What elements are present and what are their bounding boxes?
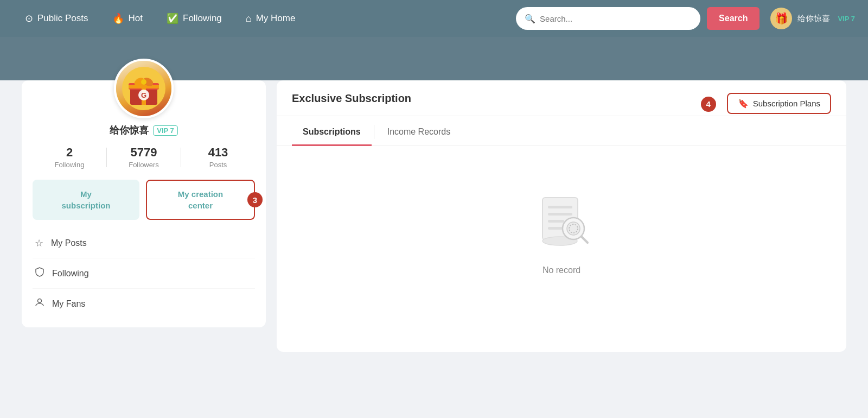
nav-public-posts-label: Public Posts bbox=[37, 13, 88, 24]
header-right-area: 4 🔖 Subscription Plans bbox=[701, 93, 831, 115]
sidebar-item-my-posts[interactable]: ☆ My Posts bbox=[33, 229, 255, 258]
content-card: Exclusive Subscription 4 🔖 Subscription … bbox=[277, 80, 846, 352]
svg-point-7 bbox=[141, 79, 146, 85]
user-display-name: 给你惊喜 VIP 7 bbox=[110, 124, 178, 137]
empty-state-text: No record bbox=[542, 265, 580, 275]
svg-line-20 bbox=[582, 237, 588, 243]
stat-followers[interactable]: 5779 Followers bbox=[107, 145, 181, 169]
nav-hot-label: Hot bbox=[129, 13, 143, 24]
tabs-row: Subscriptions Income Records bbox=[277, 118, 846, 146]
svg-point-10 bbox=[38, 299, 42, 303]
user-name-nav: 给你惊喜 bbox=[797, 14, 830, 24]
vip-badge-profile: VIP 7 bbox=[153, 125, 178, 136]
main-layout: G 给你惊喜 VIP 7 2 Following 5779 bbox=[11, 80, 857, 352]
my-fans-label: My Fans bbox=[52, 299, 85, 309]
nav-public-posts[interactable]: ⊙ Public Posts bbox=[13, 0, 100, 37]
my-creation-center-button[interactable]: My creation center bbox=[146, 180, 255, 220]
followers-count: 5779 bbox=[107, 145, 181, 160]
star-icon: ☆ bbox=[35, 237, 43, 249]
avatar-illustration: G bbox=[122, 67, 165, 110]
empty-state: No record bbox=[277, 146, 846, 319]
creation-btn-line2: center bbox=[188, 201, 213, 210]
nav-following-label: Following bbox=[183, 13, 222, 24]
search-button[interactable]: Search bbox=[707, 7, 760, 30]
action-buttons-wrapper: My subscription My creation center 3 bbox=[33, 180, 255, 220]
tab-divider bbox=[374, 125, 374, 139]
vip-badge-nav: VIP 7 bbox=[838, 15, 855, 23]
nav-my-home[interactable]: ⌂ My Home bbox=[234, 0, 308, 37]
action-buttons: My subscription My creation center bbox=[33, 180, 255, 220]
empty-state-illustration bbox=[529, 189, 594, 255]
stat-following[interactable]: 2 Following bbox=[33, 145, 106, 169]
sub-plans-label: Subscription Plans bbox=[753, 99, 820, 108]
shield-svg bbox=[35, 267, 44, 277]
search-bar: 🔍 bbox=[516, 7, 700, 30]
subscription-plans-button[interactable]: 🔖 Subscription Plans bbox=[727, 93, 831, 114]
search-input[interactable] bbox=[540, 14, 692, 23]
sub-btn-line2: subscription bbox=[61, 201, 110, 210]
following-count: 2 bbox=[33, 145, 106, 160]
content-title: Exclusive Subscription bbox=[292, 92, 411, 116]
public-posts-icon: ⊙ bbox=[25, 12, 33, 24]
following-label: Following bbox=[33, 161, 106, 169]
stats-row: 2 Following 5779 Followers 413 Posts bbox=[33, 145, 255, 169]
home-icon: ⌂ bbox=[246, 13, 252, 24]
posts-label: Posts bbox=[181, 161, 255, 169]
nav-following[interactable]: ✅ Following bbox=[155, 0, 234, 37]
profile-card: G 给你惊喜 VIP 7 2 Following 5779 bbox=[22, 80, 266, 327]
my-posts-label: My Posts bbox=[51, 238, 87, 248]
sidebar-item-my-fans[interactable]: My Fans bbox=[33, 289, 255, 319]
nav-hot[interactable]: 🔥 Hot bbox=[100, 0, 155, 37]
person-icon bbox=[35, 297, 44, 310]
following-menu-label: Following bbox=[52, 269, 89, 278]
svg-rect-14 bbox=[548, 220, 564, 223]
posts-count: 413 bbox=[181, 145, 255, 160]
followers-label: Followers bbox=[107, 161, 181, 169]
shield-icon bbox=[35, 267, 44, 280]
avatar: 🎁 bbox=[770, 8, 792, 29]
sub-btn-line1: My bbox=[80, 189, 92, 199]
content-header: Exclusive Subscription 4 🔖 Subscription … bbox=[277, 80, 846, 116]
left-sidebar: G 给你惊喜 VIP 7 2 Following 5779 bbox=[22, 80, 266, 352]
bookmark-icon: 🔖 bbox=[738, 98, 749, 109]
user-info-center: 给你惊喜 VIP 7 bbox=[33, 124, 255, 137]
my-subscription-button[interactable]: My subscription bbox=[33, 180, 139, 220]
search-icon: 🔍 bbox=[525, 14, 535, 24]
stat-posts[interactable]: 413 Posts bbox=[181, 145, 255, 169]
tab-income-records[interactable]: Income Records bbox=[376, 118, 462, 146]
badge-3: 3 bbox=[247, 192, 263, 207]
svg-text:G: G bbox=[141, 91, 146, 99]
avatar-wrapper: G bbox=[33, 59, 255, 118]
following-icon: ✅ bbox=[167, 12, 178, 24]
svg-rect-13 bbox=[548, 213, 572, 216]
display-name-text: 给你惊喜 bbox=[110, 124, 149, 137]
badge-4: 4 bbox=[701, 97, 716, 112]
nav-my-home-label: My Home bbox=[256, 13, 296, 24]
right-content: Exclusive Subscription 4 🔖 Subscription … bbox=[277, 80, 846, 352]
creation-btn-line1: My creation bbox=[178, 189, 223, 199]
person-svg bbox=[35, 297, 44, 307]
profile-avatar: G bbox=[114, 59, 174, 118]
top-navigation: ⊙ Public Posts 🔥 Hot ✅ Following ⌂ My Ho… bbox=[0, 0, 868, 37]
svg-rect-4 bbox=[129, 85, 159, 88]
user-profile-nav[interactable]: 🎁 给你惊喜 VIP 7 bbox=[770, 8, 855, 29]
sidebar-menu: ☆ My Posts Following bbox=[33, 229, 255, 319]
hot-icon: 🔥 bbox=[112, 12, 124, 24]
svg-rect-12 bbox=[548, 206, 572, 208]
tab-subscriptions[interactable]: Subscriptions bbox=[292, 118, 372, 146]
sidebar-item-following[interactable]: Following bbox=[33, 258, 255, 289]
